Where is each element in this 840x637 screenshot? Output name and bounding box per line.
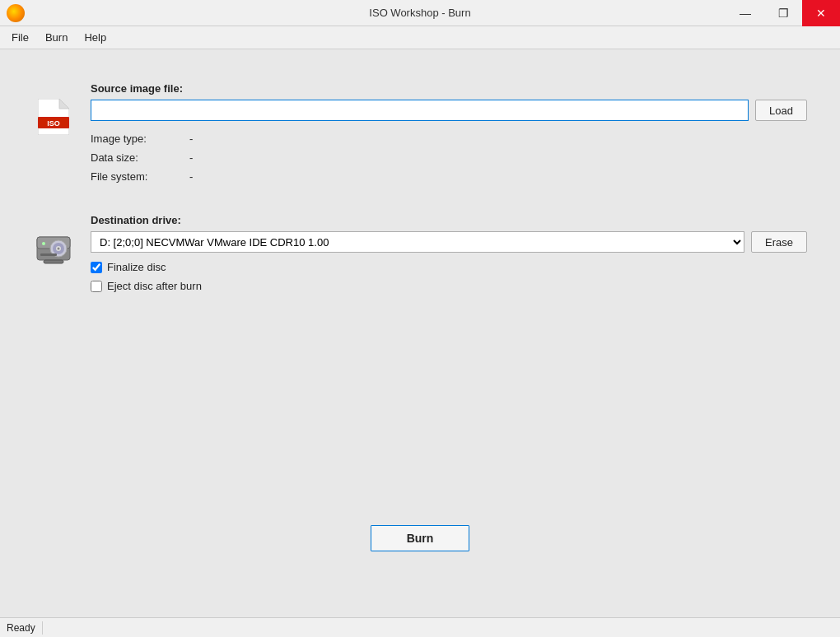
finalize-label[interactable]: Finalize disc <box>107 261 166 273</box>
finalize-row: Finalize disc <box>91 261 807 273</box>
svg-rect-10 <box>40 253 57 256</box>
menu-bar: File Burn Help <box>0 26 840 49</box>
eject-label[interactable]: Eject disc after burn <box>107 280 202 292</box>
finalize-checkbox[interactable] <box>91 262 102 273</box>
source-input-row: Load <box>91 100 807 121</box>
file-system-row: File system: - <box>91 170 807 183</box>
image-type-row: Image type: - <box>91 133 807 145</box>
menu-burn[interactable]: Burn <box>37 28 76 47</box>
burn-section: Burn <box>33 323 807 584</box>
image-type-value: - <box>189 133 193 145</box>
main-content: ISO Source image file: Load Image type: … <box>0 49 840 617</box>
destination-label: Destination drive: <box>91 214 807 226</box>
window-controls: — ❐ ✕ <box>726 0 840 26</box>
file-system-label: File system: <box>91 170 189 183</box>
file-system-value: - <box>189 170 193 183</box>
eject-checkbox[interactable] <box>91 281 102 292</box>
minimize-button[interactable]: — <box>726 0 764 26</box>
svg-point-11 <box>42 242 45 245</box>
status-text: Ready <box>7 622 35 634</box>
app-icon <box>7 4 25 22</box>
iso-file-icon: ISO <box>38 99 69 135</box>
destination-fields: Destination drive: D: [2;0;0] NECVMWar V… <box>91 214 807 299</box>
data-size-value: - <box>189 151 193 164</box>
source-image-input[interactable] <box>91 100 749 121</box>
destination-icon <box>33 230 74 267</box>
burn-button[interactable]: Burn <box>371 525 469 551</box>
close-button[interactable]: ✕ <box>802 0 840 26</box>
source-fields: Source image file: Load Image type: - Da… <box>91 82 807 189</box>
menu-file[interactable]: File <box>3 28 37 47</box>
window-title: ISO Workshop - Burn <box>369 7 470 19</box>
menu-help[interactable]: Help <box>76 28 114 47</box>
source-section: ISO Source image file: Load Image type: … <box>33 82 807 189</box>
svg-marker-1 <box>59 99 69 109</box>
load-button[interactable]: Load <box>755 100 807 121</box>
cd-drive-icon <box>35 230 72 267</box>
data-size-label: Data size: <box>91 151 189 164</box>
svg-point-9 <box>58 248 60 250</box>
svg-rect-12 <box>44 260 63 263</box>
svg-text:ISO: ISO <box>47 119 60 128</box>
erase-button[interactable]: Erase <box>751 231 807 253</box>
destination-section: Destination drive: D: [2;0;0] NECVMWar V… <box>33 214 807 299</box>
drive-select[interactable]: D: [2;0;0] NECVMWar VMware IDE CDR10 1.0… <box>91 231 744 253</box>
drive-select-row: D: [2;0;0] NECVMWar VMware IDE CDR10 1.0… <box>91 231 807 253</box>
title-bar: ISO Workshop - Burn — ❐ ✕ <box>0 0 840 26</box>
restore-button[interactable]: ❐ <box>764 0 802 26</box>
status-bar: Ready <box>0 617 840 637</box>
source-icon: ISO <box>33 99 74 135</box>
eject-row: Eject disc after burn <box>91 280 807 292</box>
data-size-row: Data size: - <box>91 151 807 164</box>
source-label: Source image file: <box>91 82 807 95</box>
image-type-label: Image type: <box>91 133 189 145</box>
status-divider <box>42 621 43 635</box>
